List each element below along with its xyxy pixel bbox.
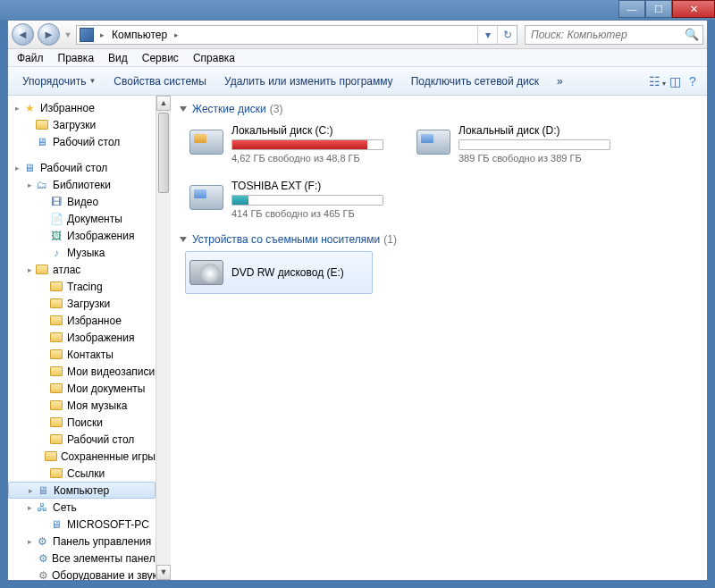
organize-button[interactable]: Упорядочить▼: [13, 71, 105, 91]
tree-computer[interactable]: ▸🖥Компьютер: [8, 482, 156, 499]
hdd-icon: [189, 180, 224, 215]
tree-savedgames[interactable]: Сохраненные игры: [8, 448, 156, 465]
tree-libraries[interactable]: ▸🗂Библиотеки: [8, 176, 156, 193]
tree-control-panel[interactable]: ▸⚙Панель управления: [8, 533, 156, 550]
space-bar: [231, 195, 383, 206]
drive-c[interactable]: Локальный диск (C:) 4,62 ГБ свободно из …: [185, 121, 391, 167]
tree-desktop-fav[interactable]: 🖥Рабочий стол: [8, 133, 156, 150]
tree-favorites[interactable]: ▸★Избранное: [8, 99, 156, 116]
tree-hardware[interactable]: ⚙Оборудование и звук: [8, 567, 156, 580]
scroll-down-button[interactable]: ▼: [156, 565, 171, 580]
tree-searches[interactable]: Поиски: [8, 414, 156, 431]
map-network-drive-button[interactable]: Подключить сетевой диск: [402, 71, 548, 91]
drive-space-text: 389 ГБ свободно из 389 ГБ: [458, 153, 614, 164]
more-commands-button[interactable]: »: [548, 71, 572, 91]
tree-downloads2[interactable]: Загрузки: [8, 295, 156, 312]
help-button[interactable]: ?: [684, 74, 702, 88]
back-button[interactable]: ◄: [12, 23, 34, 46]
tree-downloads[interactable]: Загрузки: [8, 116, 156, 133]
drive-name: TOSHIBA EXT (F:): [231, 180, 387, 192]
tree-music[interactable]: ♪Музыка: [8, 244, 156, 261]
hdd-icon: [189, 124, 224, 160]
recent-menu-icon[interactable]: ▼: [63, 30, 72, 39]
command-bar: Упорядочить▼ Свойства системы Удалить ил…: [8, 67, 707, 96]
titlebar: — ☐ ✕: [0, 0, 715, 20]
address-bar[interactable]: ▸ Компьютер ▸ ▾ ↻: [76, 25, 517, 45]
window-close-button[interactable]: ✕: [672, 0, 715, 18]
menu-help[interactable]: Справка: [186, 50, 242, 66]
tree-desktop2[interactable]: Рабочий стол: [8, 431, 156, 448]
category-removable[interactable]: Устройства со съемными носителями (1): [180, 233, 698, 246]
space-bar: [458, 139, 610, 150]
tree-mydocs[interactable]: Мои документы: [8, 380, 156, 397]
tree-myvideo[interactable]: Мои видеозаписи: [8, 363, 156, 380]
uninstall-program-button[interactable]: Удалить или изменить программу: [215, 71, 402, 91]
tree-atlas[interactable]: ▸атлас: [8, 261, 156, 278]
drive-dvd[interactable]: DVD RW дисковод (E:): [185, 251, 373, 294]
tree-mymusic[interactable]: Моя музыка: [8, 397, 156, 414]
drive-name: Локальный диск (D:): [458, 124, 614, 137]
collapse-icon: [180, 237, 187, 242]
menu-bar: Файл Правка Вид Сервис Справка: [8, 49, 707, 67]
drive-name: DVD RW дисковод (E:): [231, 266, 344, 279]
drive-name: Локальный диск (C:): [231, 124, 387, 137]
menu-tools[interactable]: Сервис: [135, 50, 186, 66]
chevron-icon[interactable]: ▸: [171, 30, 182, 39]
tree-microsoft-pc[interactable]: 🖥MICROSOFT-PC: [8, 516, 156, 533]
tree-desktop[interactable]: ▸🖥Рабочий стол: [8, 159, 156, 176]
history-dropdown-icon[interactable]: ▾: [477, 26, 497, 44]
menu-file[interactable]: Файл: [10, 50, 51, 66]
drive-d[interactable]: Локальный диск (D:) 389 ГБ свободно из 3…: [412, 121, 618, 167]
search-input[interactable]: [529, 28, 685, 42]
window-maximize-button[interactable]: ☐: [645, 0, 672, 18]
breadcrumb-computer[interactable]: Компьютер: [108, 26, 171, 44]
scroll-thumb[interactable]: [158, 113, 169, 193]
tree-network[interactable]: ▸🖧Сеть: [8, 499, 156, 516]
category-hard-disks[interactable]: Жесткие диски (3): [180, 103, 698, 115]
menu-view[interactable]: Вид: [101, 50, 135, 66]
navpane-scrollbar[interactable]: ▲ ▼: [156, 96, 171, 580]
forward-button[interactable]: ►: [38, 23, 60, 46]
navigation-bar: ◄ ► ▼ ▸ Компьютер ▸ ▾ ↻ 🔍: [8, 21, 707, 49]
body: ▸★Избранное Загрузки 🖥Рабочий стол ▸🖥Раб…: [8, 96, 707, 580]
system-properties-button[interactable]: Свойства системы: [105, 71, 215, 91]
drive-f[interactable]: TOSHIBA EXT (F:) 414 ГБ свободно из 465 …: [185, 176, 391, 223]
folder-tree: ▸★Избранное Загрузки 🖥Рабочий стол ▸🖥Раб…: [8, 96, 156, 580]
tree-tracing[interactable]: Tracing: [8, 278, 156, 295]
scroll-track[interactable]: [156, 195, 171, 565]
scroll-up-button[interactable]: ▲: [156, 96, 171, 111]
menu-edit[interactable]: Правка: [51, 50, 102, 66]
drive-space-text: 414 ГБ свободно из 465 ГБ: [231, 208, 387, 219]
drives-group: Локальный диск (C:) 4,62 ГБ свободно из …: [185, 121, 698, 223]
tree-pictures2[interactable]: Изображения: [8, 329, 156, 346]
search-box[interactable]: 🔍: [525, 25, 703, 45]
space-bar: [231, 139, 383, 150]
tree-pictures[interactable]: 🖼Изображения: [8, 227, 156, 244]
view-options-button[interactable]: ☷▾: [648, 74, 666, 88]
search-icon: 🔍: [685, 28, 699, 41]
hdd-icon: [416, 124, 451, 160]
computer-icon: [80, 28, 94, 42]
content-pane: Жесткие диски (3) Локальный диск (C:) 4,…: [171, 96, 707, 580]
tree-videos[interactable]: 🎞Видео: [8, 193, 156, 210]
window-minimize-button[interactable]: —: [618, 0, 645, 18]
chevron-icon[interactable]: ▸: [97, 30, 108, 39]
preview-pane-button[interactable]: ◫: [666, 74, 684, 88]
collapse-icon: [180, 106, 187, 112]
tree-all-cp-items[interactable]: ⚙Все элементы панели: [8, 550, 156, 567]
tree-contacts[interactable]: Контакты: [8, 346, 156, 363]
navigation-pane: ▸★Избранное Загрузки 🖥Рабочий стол ▸🖥Раб…: [8, 96, 156, 580]
tree-favorites2[interactable]: Избранное: [8, 312, 156, 329]
tree-links[interactable]: Ссылки: [8, 465, 156, 482]
tree-documents[interactable]: 📄Документы: [8, 210, 156, 227]
refresh-button[interactable]: ↻: [497, 26, 517, 44]
devices-group: DVD RW дисковод (E:): [185, 251, 698, 294]
drive-space-text: 4,62 ГБ свободно из 48,8 ГБ: [231, 153, 387, 164]
dvd-icon: [189, 255, 224, 290]
explorer-window: ◄ ► ▼ ▸ Компьютер ▸ ▾ ↻ 🔍 Файл Правка Ви…: [7, 20, 708, 581]
